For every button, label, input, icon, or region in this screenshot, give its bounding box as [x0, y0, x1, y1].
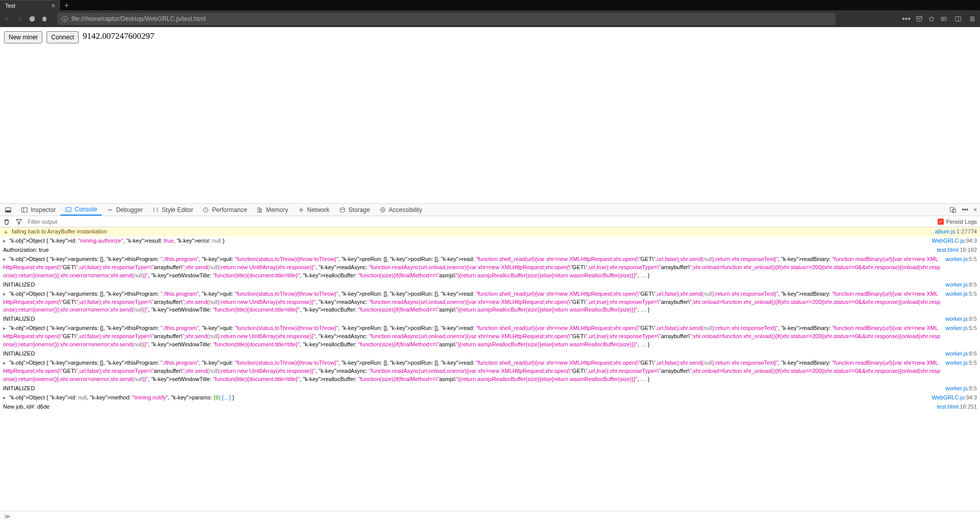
console-output[interactable]: ▲falling back to ArrayBuffer instantiati…: [0, 227, 980, 511]
devtools-close-icon[interactable]: ×: [973, 206, 977, 214]
back-icon[interactable]: [4, 15, 11, 22]
browser-tab[interactable]: Test ×: [0, 0, 60, 10]
console-row: ▸"k-obj">Object { "k-key">id: null, "k-k…: [0, 393, 980, 402]
source-link[interactable]: worker.js:5:5: [945, 324, 977, 333]
close-icon[interactable]: ×: [51, 2, 55, 10]
svg-point-12: [382, 209, 383, 210]
devtools-tab-debugger[interactable]: Debugger: [102, 204, 148, 216]
inspector-icon: [21, 206, 28, 214]
pocket-icon[interactable]: [916, 15, 923, 22]
source-link[interactable]: worker.js:5:5: [945, 255, 977, 264]
library-icon[interactable]: [940, 15, 947, 22]
console-row: Authorization: truetest.html:16:182: [0, 246, 980, 255]
source-link[interactable]: test.html:16:182: [937, 246, 977, 254]
style-editor-icon: [152, 206, 159, 214]
page-content: New miner Connect 9142.007247600297: [0, 27, 980, 203]
page-actions-icon[interactable]: •••: [902, 14, 911, 23]
menu-icon[interactable]: [969, 15, 976, 22]
console-prompt[interactable]: ≫: [0, 511, 980, 521]
devtools-tab-accessibility[interactable]: Accessibility: [375, 204, 427, 216]
source-link[interactable]: allium.js:1:27774: [935, 228, 977, 236]
devtools-panel: InspectorConsoleDebuggerStyle EditorPerf…: [0, 203, 980, 521]
info-icon[interactable]: [61, 15, 68, 22]
devtools-tab-inspector[interactable]: Inspector: [16, 204, 60, 216]
devtools-dock-icon[interactable]: [0, 204, 16, 216]
console-row: ▸"k-obj">Object { "k-key">arguments: [],…: [0, 359, 980, 384]
console-row: INITIALIZEDworker.js:8:5: [0, 349, 980, 359]
console-toolbar: ✓ Persist Logs: [0, 216, 980, 227]
responsive-icon[interactable]: [949, 206, 957, 214]
network-icon: [298, 206, 305, 214]
storage-icon: [339, 206, 346, 214]
source-link[interactable]: test.html:16:251: [937, 403, 977, 411]
tab-strip: Test × +: [0, 0, 980, 10]
console-row: ▸"k-obj">Object { "k-key">id: "mining.au…: [0, 236, 980, 246]
devtools-tab-storage[interactable]: Storage: [334, 204, 375, 216]
svg-point-10: [340, 207, 345, 209]
connect-button[interactable]: Connect: [46, 31, 79, 43]
console-row: New job, id#: d6detest.html:16:251: [0, 402, 980, 412]
svg-point-9: [300, 209, 302, 211]
svg-rect-7: [258, 207, 260, 212]
devtools-tabbar: InspectorConsoleDebuggerStyle EditorPerf…: [0, 204, 980, 216]
console-row: INITIALIZEDworker.js:8:5: [0, 280, 980, 290]
svg-rect-5: [66, 207, 71, 211]
accessibility-icon: [379, 206, 386, 214]
svg-rect-4: [22, 207, 28, 212]
svg-rect-1: [955, 16, 961, 21]
new-tab-button[interactable]: +: [60, 1, 72, 9]
devtools-tab-performance[interactable]: Performance: [198, 204, 252, 216]
svg-rect-8: [260, 209, 262, 212]
source-link[interactable]: worker.js:8:5: [945, 281, 977, 289]
source-link[interactable]: worker.js:5:5: [945, 290, 977, 298]
nav-toolbar: file:///home/raptor/Desktop/WebGRLC.js/t…: [0, 10, 980, 27]
persist-logs-toggle[interactable]: ✓ Persist Logs: [938, 219, 977, 225]
devtools-tab-network[interactable]: Network: [293, 204, 334, 216]
filter-input[interactable]: [28, 219, 933, 225]
console-row: INITIALIZEDworker.js:8:5: [0, 315, 980, 324]
console-row: ▸"k-obj">Object { "k-key">arguments: [],…: [0, 255, 980, 280]
console-icon: [65, 206, 72, 213]
console-row: ▲falling back to ArrayBuffer instantiati…: [0, 227, 980, 236]
console-row: INITIALIZEDworker.js:8:5: [0, 384, 980, 393]
reload-icon[interactable]: [29, 15, 36, 22]
sidebar-icon[interactable]: [954, 15, 962, 22]
debugger-icon: [106, 206, 113, 214]
console-row: ▸"k-obj">Object { "k-key">arguments: [],…: [0, 290, 980, 315]
devtools-tab-memory[interactable]: Memory: [252, 204, 292, 216]
filter-icon[interactable]: [15, 218, 22, 225]
persist-label: Persist Logs: [946, 219, 977, 225]
source-link[interactable]: worker.js:8:5: [945, 350, 977, 358]
console-row: ▸"k-obj">Object { "k-key">arguments: [],…: [0, 324, 980, 349]
performance-icon: [202, 206, 209, 214]
devtools-tab-console[interactable]: Console: [60, 204, 102, 216]
hashrate-counter: 9142.007247600297: [83, 31, 154, 41]
devtools-tab-style-editor[interactable]: Style Editor: [148, 204, 198, 216]
source-link[interactable]: worker.js:8:5: [945, 385, 977, 393]
source-link[interactable]: WebGRLC.js:94:3: [932, 237, 977, 245]
svg-rect-3: [6, 210, 11, 212]
trash-icon[interactable]: [3, 218, 10, 225]
url-text: file:///home/raptor/Desktop/WebGRLC.js/t…: [71, 15, 206, 22]
new-miner-button[interactable]: New miner: [4, 31, 42, 43]
url-bar[interactable]: file:///home/raptor/Desktop/WebGRLC.js/t…: [57, 13, 836, 25]
checkbox-checked-icon: ✓: [938, 219, 944, 225]
devtools-more-icon[interactable]: •••: [962, 206, 968, 214]
bookmark-icon[interactable]: [928, 15, 935, 22]
source-link[interactable]: worker.js:8:5: [945, 315, 977, 323]
memory-icon: [256, 206, 263, 214]
source-link[interactable]: WebGRLC.js:94:3: [932, 394, 977, 402]
source-link[interactable]: worker.js:5:5: [945, 359, 977, 367]
tab-title: Test: [5, 3, 15, 9]
forward-icon[interactable]: [16, 15, 23, 22]
home-icon[interactable]: [41, 15, 48, 22]
svg-rect-13: [950, 207, 954, 211]
